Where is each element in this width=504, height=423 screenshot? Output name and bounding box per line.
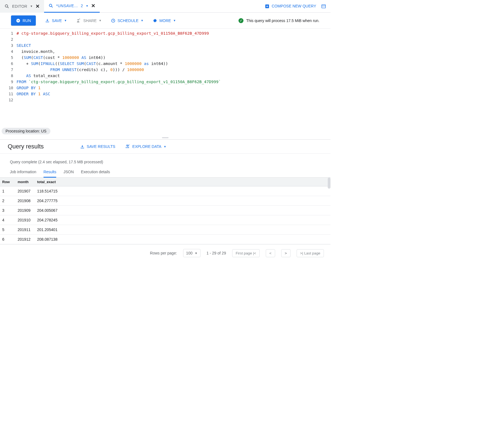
svg-point-0: [5, 5, 8, 7]
cell-month: 201907: [14, 186, 34, 196]
table-row: 4201910204.278245: [0, 215, 330, 225]
cell-row: 5: [0, 225, 14, 235]
query-complete-text: Query complete (2.4 sec elapsed, 17.5 MB…: [0, 154, 330, 167]
tab-json[interactable]: JSON: [63, 167, 74, 177]
code-editor[interactable]: 123456789101112 # ctg-storage.bigquery_b…: [0, 29, 330, 136]
caret-down-icon[interactable]: ▼: [30, 5, 33, 8]
cell-row: 1: [0, 186, 14, 196]
processing-location-badge: Processing location: US: [2, 128, 50, 134]
results-table-container: Row month total_exact 1201907118.5147152…: [0, 178, 330, 244]
chart-icon: [125, 144, 130, 149]
cell-month: 201909: [14, 206, 34, 215]
query-toolbar: RUN SAVE ▼ SHARE ▼ SCHEDULE ▼ MORE ▼ ✓ T…: [0, 13, 330, 29]
compose-label: COMPOSE NEW QUERY: [272, 4, 316, 8]
clock-icon: [111, 18, 115, 23]
check-icon: ✓: [239, 18, 243, 23]
results-header: Query results SAVE RESULTS EXPLORE DATA …: [0, 139, 330, 154]
first-page-button[interactable]: First page |<: [232, 249, 260, 257]
table-row: 2201908204.277775: [0, 196, 330, 206]
close-icon[interactable]: ✕: [91, 3, 95, 9]
cell-total: 201.205401: [34, 225, 330, 235]
more-button[interactable]: MORE ▼: [153, 18, 176, 23]
tab-results[interactable]: Results: [44, 167, 56, 178]
save-results-button[interactable]: SAVE RESULTS: [80, 144, 115, 149]
caret-down-icon: ▼: [141, 19, 143, 22]
save-label: SAVE: [52, 18, 62, 23]
save-results-label: SAVE RESULTS: [87, 144, 115, 149]
last-page-icon: >|: [300, 251, 303, 255]
hide-panel-icon[interactable]: [321, 3, 326, 9]
table-row: 1201907118.514715: [0, 186, 330, 196]
compose-new-query-button[interactable]: COMPOSE NEW QUERY: [265, 4, 316, 9]
code-line: SELECT: [17, 43, 31, 48]
query-status: ✓ This query will process 17.5 MiB when …: [239, 18, 319, 23]
svg-line-3: [52, 6, 53, 7]
page-range: 1 - 29 of 29: [207, 251, 226, 255]
cell-total: 204.277775: [34, 196, 330, 206]
results-table: Row month total_exact 1201907118.5147152…: [0, 178, 330, 244]
cell-row: 2: [0, 196, 14, 206]
tab-execution-details[interactable]: Execution details: [81, 167, 110, 177]
explore-data-button[interactable]: EXPLORE DATA ▼: [125, 144, 166, 149]
cell-row: 4: [0, 215, 14, 225]
cell-total: 208.087138: [34, 235, 330, 244]
tab-unsaved[interactable]: *UNSAVE… 2 ▼ ✕: [44, 0, 100, 13]
cell-row: 6: [0, 235, 14, 244]
table-row: 6201912208.087138: [0, 235, 330, 244]
code-line: invoice.month,: [17, 49, 55, 54]
share-label: SHARE: [83, 18, 97, 23]
code-line: # ctg-storage.bigquery_billing_export.gc…: [17, 31, 209, 36]
download-icon: [80, 144, 85, 149]
chevron-left-icon: <: [269, 251, 272, 255]
drag-handle[interactable]: [162, 137, 169, 138]
share-icon: [76, 18, 81, 23]
col-month: month: [14, 178, 34, 186]
table-row: 5201911201.205401: [0, 225, 330, 235]
caret-down-icon: ▼: [195, 252, 197, 255]
svg-line-1: [7, 7, 9, 8]
tabs-bar: EDITOR ▼ ✕ *UNSAVE… 2 ▼ ✕ COMPOSE NEW QU…: [0, 0, 330, 13]
status-text: This query will process 17.5 MiB when ru…: [246, 18, 319, 23]
prev-page-button[interactable]: <: [266, 249, 275, 257]
scrollbar-thumb[interactable]: [328, 178, 330, 189]
next-page-button[interactable]: >: [281, 249, 291, 257]
magnify-icon: [4, 4, 9, 9]
explore-data-label: EXPLORE DATA: [132, 144, 161, 149]
caret-down-icon: ▼: [173, 19, 176, 22]
rows-per-page-value: 100: [186, 251, 193, 255]
code-content[interactable]: # ctg-storage.bigquery_billing_export.gc…: [17, 29, 330, 136]
pagination: Rows per page: 100 ▼ 1 - 29 of 29 First …: [0, 244, 330, 262]
tab-unsaved-badge: 2: [81, 4, 83, 8]
rows-per-page-select[interactable]: 100 ▼: [183, 249, 200, 257]
first-page-icon: |<: [253, 251, 256, 255]
last-page-button[interactable]: >| Last page: [297, 249, 324, 257]
col-row: Row: [0, 178, 14, 186]
close-icon[interactable]: ✕: [36, 3, 40, 9]
chevron-right-icon: >: [285, 251, 287, 255]
run-button[interactable]: RUN: [11, 15, 36, 26]
caret-down-icon[interactable]: ▼: [86, 4, 88, 7]
cell-total: 204.278245: [34, 215, 330, 225]
svg-point-2: [49, 4, 52, 7]
download-icon: [45, 18, 50, 23]
cell-month: 201910: [14, 215, 34, 225]
tab-job-information[interactable]: Job information: [10, 167, 36, 177]
play-icon: [16, 18, 20, 23]
tab-unsaved-label: *UNSAVE…: [56, 4, 78, 8]
cell-total: 118.514715: [34, 186, 330, 196]
tab-editor[interactable]: EDITOR ▼ ✕: [0, 0, 44, 13]
run-label: RUN: [23, 18, 31, 23]
svg-point-8: [77, 19, 79, 21]
cell-month: 201908: [14, 196, 34, 206]
gear-icon: [153, 18, 157, 23]
schedule-button[interactable]: SCHEDULE ▼: [111, 18, 143, 23]
save-button[interactable]: SAVE ▼: [45, 18, 67, 23]
caret-down-icon: ▼: [99, 19, 102, 22]
tab-editor-label: EDITOR: [12, 4, 27, 9]
share-button[interactable]: SHARE ▼: [76, 18, 102, 23]
plus-icon: [265, 4, 269, 9]
col-total: total_exact: [34, 178, 330, 186]
line-gutter: 123456789101112: [0, 29, 17, 136]
rows-per-page-label: Rows per page:: [150, 251, 177, 255]
svg-rect-5: [322, 5, 326, 8]
